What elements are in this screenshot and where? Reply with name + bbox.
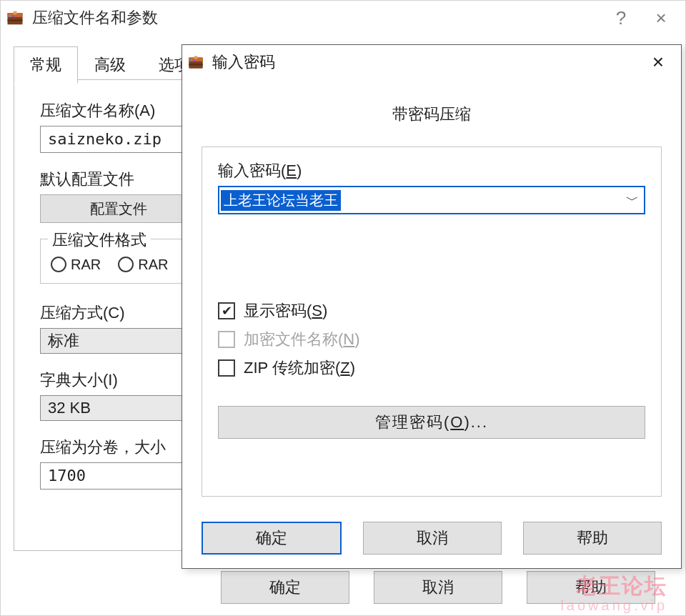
format-group-label: 压缩文件格式	[48, 229, 151, 251]
show-password-checkbox[interactable]: ✔ 显示密码(S)	[218, 300, 645, 322]
password-value: 上老王论坛当老王	[221, 190, 341, 211]
tab-row: 常规 高级 选项	[14, 46, 207, 84]
pwd-ok-button[interactable]: 确定	[202, 522, 342, 555]
enter-password-label: 输入密码(E)	[218, 160, 645, 182]
svg-rect-4	[9, 16, 11, 17]
radio-rar5[interactable]: RAR	[118, 254, 168, 273]
checkbox-icon	[218, 331, 235, 348]
zip-legacy-checkbox[interactable]: ZIP 传统加密(Z)	[218, 357, 645, 379]
svg-rect-2	[14, 11, 17, 15]
close-button[interactable]: ×	[641, 1, 681, 35]
winrar-icon	[5, 8, 25, 28]
pwd-cancel-button[interactable]: 取消	[363, 522, 502, 555]
profile-button[interactable]: 配置文件	[40, 194, 197, 223]
pwd-inner: 输入密码(E) 上老王论坛当老王 ﹀ ✔ 显示密码(S) 加密文件名称(N) Z…	[202, 146, 662, 497]
pwd-caption: 带密码压缩	[202, 104, 662, 125]
main-title-text: 压缩文件名和参数	[32, 7, 601, 29]
svg-rect-9	[194, 56, 197, 59]
watermark: 老王论坛 laowang.vip	[560, 574, 667, 613]
pwd-body: 带密码压缩 输入密码(E) 上老王论坛当老王 ﹀ ✔ 显示密码(S) 加密文件名…	[183, 79, 680, 567]
main-ok-button[interactable]: 确定	[221, 571, 349, 604]
watermark-line1: 老王论坛	[560, 574, 667, 597]
password-combobox[interactable]: 上老王论坛当老王 ﹀	[218, 186, 645, 214]
pwd-help-button[interactable]: 帮助	[523, 522, 662, 555]
manage-passwords-button[interactable]: 管理密码(O)...	[218, 406, 645, 439]
password-dialog: 输入密码 × 带密码压缩 输入密码(E) 上老王论坛当老王 ﹀ ✔ 显示密码(S…	[182, 44, 682, 569]
winrar-icon	[187, 53, 205, 71]
tab-general[interactable]: 常规	[14, 46, 78, 84]
main-cancel-button[interactable]: 取消	[374, 571, 502, 604]
tab-advanced[interactable]: 高级	[78, 46, 142, 84]
chevron-down-icon[interactable]: ﹀	[621, 192, 644, 209]
checkbox-icon	[218, 359, 235, 377]
svg-rect-10	[189, 64, 203, 65]
main-titlebar: 压缩文件名和参数 ? ×	[1, 1, 685, 35]
svg-rect-13	[197, 60, 198, 61]
svg-rect-12	[194, 60, 195, 61]
encrypt-names-checkbox: 加密文件名称(N)	[218, 329, 645, 350]
pwd-title-text: 输入密码	[212, 51, 640, 73]
check-icon: ✔	[218, 302, 235, 319]
svg-rect-3	[8, 19, 23, 21]
watermark-line2: laowang.vip	[560, 597, 667, 613]
pwd-button-row: 确定 取消 帮助	[202, 522, 662, 555]
radio-rar[interactable]: RAR	[51, 254, 101, 273]
help-button[interactable]: ?	[601, 1, 641, 35]
pwd-titlebar: 输入密码 ×	[182, 45, 681, 79]
svg-rect-6	[16, 16, 17, 17]
svg-rect-5	[13, 16, 14, 17]
svg-rect-11	[190, 60, 192, 61]
pwd-close-button[interactable]: ×	[640, 45, 677, 79]
